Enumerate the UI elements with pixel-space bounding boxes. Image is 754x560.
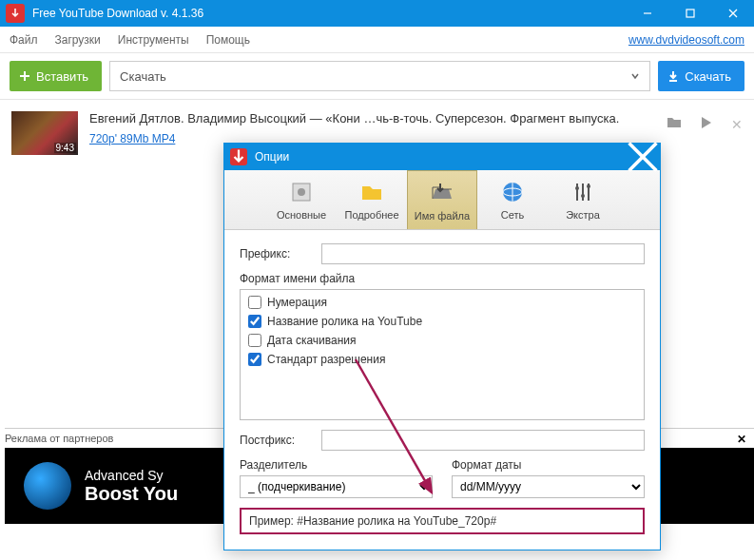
toolbar: Вставить Скачать Скачать [0,53,754,99]
file-open-icon [429,180,455,206]
tab-network[interactable]: Сеть [477,170,548,229]
check-download-date[interactable] [248,334,261,347]
separator-select[interactable]: _ (подчеркивание) [240,475,433,498]
svg-point-16 [575,186,579,190]
dialog-icon [230,148,247,165]
postfix-label: Постфикс: [240,434,321,447]
tab-extra[interactable]: Экстра [548,170,618,229]
options-dialog: Опции Основные Подробнее Имя файла Сеть … [223,143,661,550]
svg-rect-1 [686,10,694,17]
dateformat-select[interactable]: dd/MM/yyyy [452,475,645,498]
site-link[interactable]: www.dvdvideosoft.com [628,33,744,47]
video-duration: 9:43 [54,143,76,153]
video-meta-link[interactable]: 720p' 89Mb MP4 [89,132,175,145]
paste-button[interactable]: Вставить [10,61,102,91]
prefix-label: Префикс: [240,247,321,261]
menu-tools[interactable]: Инструменты [118,33,189,47]
chevron-down-icon [630,69,640,84]
postfix-input[interactable] [321,430,645,451]
download-icon [667,70,679,82]
remove-video-icon[interactable]: ✕ [731,117,743,132]
format-section-label: Формат имени файла [240,272,645,285]
dateformat-label: Формат даты [452,458,645,472]
video-title: Евгений Дятлов. Владимир Высоцкий — «Кон… [89,111,743,126]
folder-icon[interactable] [667,115,682,134]
sliders-icon [570,179,596,205]
dialog-title: Опции [255,150,626,164]
maximize-button[interactable] [668,0,711,27]
gear-box-icon [288,179,315,205]
check-youtube-title[interactable] [248,315,261,328]
titlebar: Free YouTube Download v. 4.1.36 [0,0,754,27]
example-box: Пример: #Название ролика на YouTube_720p… [240,508,645,534]
menu-downloads[interactable]: Загрузки [55,33,101,47]
tab-advanced[interactable]: Подробнее [337,170,407,229]
ad-label: Реклама от партнеров [5,433,113,444]
prefix-input[interactable] [321,243,645,264]
app-icon [6,4,25,23]
app-title: Free YouTube Download v. 4.1.36 [32,7,626,20]
check-numeration[interactable] [248,296,261,309]
check-resolution[interactable] [248,353,261,366]
globe-icon [499,179,526,205]
combo-value: Скачать [120,69,166,84]
close-button[interactable] [711,0,754,27]
play-icon[interactable] [699,115,714,134]
ad-close-icon[interactable]: ✕ [737,433,746,446]
menu-file[interactable]: Файл [10,33,38,47]
folder-icon [358,179,385,205]
svg-point-9 [298,188,305,196]
plus-icon [19,70,30,82]
dialog-close-button[interactable] [626,144,660,170]
svg-point-17 [581,194,585,198]
ad-line1: Advanced Sy [85,468,178,483]
filename-format-group: Нумерация Название ролика на YouTube Дат… [240,289,645,420]
dialog-titlebar: Опции [224,144,660,170]
tab-filename[interactable]: Имя файла [407,170,477,229]
download-button[interactable]: Скачать [658,61,744,91]
dialog-tabs: Основные Подробнее Имя файла Сеть Экстра [224,170,660,230]
menubar: Файл Загрузки Инструменты Помощь www.dvd… [0,27,754,53]
minimize-button[interactable] [626,0,668,27]
tab-basic[interactable]: Основные [266,170,337,229]
svg-point-18 [587,184,590,188]
separator-label: Разделитель [240,458,433,472]
paste-label: Вставить [36,69,88,84]
quality-combo[interactable]: Скачать [109,61,650,91]
ad-line2: Boost You [85,483,178,505]
ad-logo-icon [24,462,71,510]
download-label: Скачать [685,69,731,84]
menu-help[interactable]: Помощь [206,33,250,47]
video-thumbnail[interactable]: 9:43 [11,111,78,155]
